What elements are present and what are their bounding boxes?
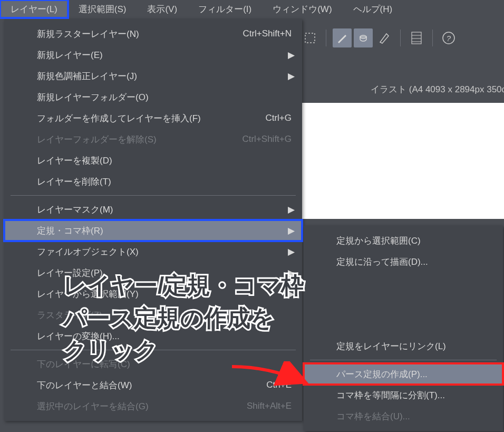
menu-delete-layer[interactable]: レイヤーを削除(T) <box>4 171 302 192</box>
svg-rect-0 <box>305 33 315 43</box>
chevron-right-icon: ▶ <box>288 246 295 257</box>
menu-convert-layer[interactable]: レイヤーの変換(H)... <box>4 325 302 347</box>
chevron-right-icon: ▶ <box>288 71 295 82</box>
menu-ungroup-folder: レイヤーフォルダーを解除(S) Ctrl+Shift+G <box>4 129 302 150</box>
menu-ruler-frame[interactable]: 定規・コマ枠(R) ▶ <box>4 220 302 241</box>
menu-new-layer-folder[interactable]: 新規レイヤーフォルダー(O) <box>4 87 302 108</box>
canvas-area[interactable] <box>302 103 504 219</box>
svg-rect-2 <box>412 32 421 44</box>
menu-separator <box>11 350 296 350</box>
menu-new-layer[interactable]: 新規レイヤー(E) ▶ <box>4 44 302 65</box>
submenu-selection-from-ruler[interactable]: 定規から選択範囲(C) <box>304 230 503 251</box>
menu-layer-settings[interactable]: レイヤー設定(P) ▶ <box>4 262 302 283</box>
pen-tool-icon[interactable] <box>375 28 394 47</box>
layer-menu-panel: 新規ラスターレイヤー(N) Ctrl+Shift+N 新規レイヤー(E) ▶ 新… <box>4 19 302 421</box>
brush-tool-icon[interactable] <box>333 28 352 47</box>
menu-duplicate-layer[interactable]: レイヤーを複製(D) <box>4 150 302 171</box>
submenu-merge-frame: コマ枠を結合(U)... <box>304 406 503 427</box>
chevron-right-icon: ▶ <box>288 289 295 300</box>
chevron-right-icon: ▶ <box>288 204 295 215</box>
menu-transfer-down: 下のレイヤーに転写(C) <box>4 353 302 375</box>
submenu-create-perspective-ruler[interactable]: パース定規の作成(P)... <box>304 363 503 385</box>
marquee-tool-icon[interactable] <box>301 28 319 47</box>
canvas-info-label: イラスト (A4 4093 x 2894px 350d <box>371 83 504 95</box>
menubar-item-filter[interactable]: フィルター(I) <box>188 0 262 18</box>
menu-new-correction-layer[interactable]: 新規色調補正レイヤー(J) ▶ <box>4 65 302 87</box>
chevron-right-icon: ▶ <box>288 267 295 279</box>
menu-file-object[interactable]: ファイルオブジェクト(X) ▶ <box>4 241 302 262</box>
submenu-split-frame[interactable]: コマ枠を等間隔に分割(T)... <box>304 385 503 406</box>
toolbar-separator <box>432 30 433 46</box>
menu-separator <box>310 360 497 360</box>
menu-merge-selected: 選択中のレイヤーを結合(G) Shift+Alt+E <box>4 396 302 417</box>
menubar: レイヤー(L) 選択範囲(S) 表示(V) フィルター(I) ウィンドウ(W) … <box>0 0 504 18</box>
chevron-right-icon: ▶ <box>288 50 295 61</box>
menu-create-folder-insert[interactable]: フォルダーを作成してレイヤーを挿入(F) Ctrl+G <box>4 108 302 129</box>
svg-text:?: ? <box>447 34 451 43</box>
menubar-item-layer[interactable]: レイヤー(L) <box>0 0 68 18</box>
menubar-item-window[interactable]: ウィンドウ(W) <box>262 0 342 18</box>
menubar-item-selection[interactable]: 選択範囲(S) <box>68 0 137 18</box>
menu-new-raster-layer[interactable]: 新規ラスターレイヤー(N) Ctrl+Shift+N <box>4 23 302 44</box>
toolbar-separator <box>326 30 326 46</box>
bucket-tool-icon[interactable] <box>354 28 373 47</box>
menu-layer-mask[interactable]: レイヤーマスク(M) ▶ <box>4 199 302 220</box>
menu-rasterize: ラスタライズ(Z) <box>4 304 302 325</box>
submenu-link-ruler[interactable]: 定規をレイヤーにリンク(L) <box>304 335 503 357</box>
ruler-submenu-panel: 定規から選択範囲(C) 定規に沿って描画(D)... 定規をレイヤーにリンク(L… <box>304 226 503 431</box>
toolbar-separator <box>400 30 401 46</box>
help-icon[interactable]: ? <box>439 28 458 47</box>
toolbar: ? <box>301 26 458 50</box>
menubar-item-view[interactable]: 表示(V) <box>137 0 188 18</box>
menu-selection-from-layer[interactable]: レイヤーから選択範囲(Y) ▶ <box>4 283 302 304</box>
menubar-item-help[interactable]: ヘルプ(H) <box>343 0 403 18</box>
menu-separator <box>11 195 296 196</box>
grid-tool-icon[interactable] <box>407 28 426 47</box>
menu-merge-down[interactable]: 下のレイヤーと結合(W) Ctrl+E <box>4 375 302 396</box>
submenu-draw-along-ruler[interactable]: 定規に沿って描画(D)... <box>304 251 503 272</box>
chevron-right-icon: ▶ <box>288 225 295 236</box>
